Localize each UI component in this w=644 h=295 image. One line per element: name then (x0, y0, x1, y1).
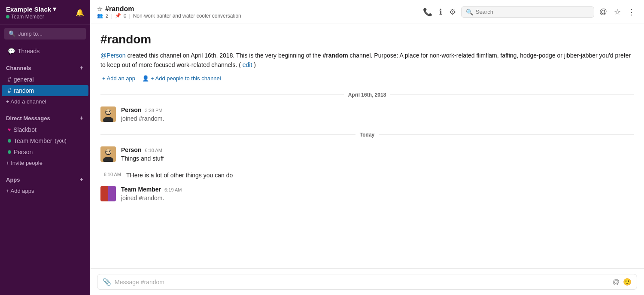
invite-people-link[interactable]: + Invite people (0, 158, 90, 168)
pin-count: 0 (124, 13, 127, 19)
add-channel-icon[interactable]: ＋ (79, 64, 84, 72)
reply-btn[interactable]: ↩ (601, 170, 611, 179)
bell-icon[interactable]: 🔔 (76, 9, 84, 17)
sidebar-item-random[interactable]: # random (2, 85, 88, 96)
team-member-avatar (100, 186, 116, 201)
person-online-dot (8, 150, 11, 154)
star-action-icon[interactable]: ☆ (612, 6, 623, 18)
intro-desc-before: created this channel on April 16th, 2018… (127, 52, 322, 59)
slackbot-heart-icon: ♥ (8, 127, 11, 133)
inline-message-text: THere is a lot of other things you can d… (126, 171, 634, 180)
message-body-team-member: Team Member 6:19 AM joined #random. (121, 186, 634, 203)
add-app-label: + Add an app (102, 75, 135, 82)
creator-mention[interactable]: @Person (100, 52, 126, 59)
add-apps-text: + Add apps (6, 188, 34, 194)
team-member-dm-label: Team Member (14, 137, 52, 144)
at-mention-btn[interactable]: @ (590, 170, 600, 179)
sidebar-item-slackbot[interactable]: ♥ Slackbot (2, 124, 88, 135)
message-header-3: Team Member 6:19 AM (121, 186, 634, 193)
attachment-icon[interactable]: 📎 (103, 278, 111, 286)
svg-point-4 (106, 110, 108, 112)
search-box[interactable]: 🔍 (461, 6, 594, 18)
message-header: Person 3:28 PM (121, 106, 634, 113)
avatar-right-half (108, 186, 116, 201)
channels-section-header[interactable]: Channels ＋ (0, 62, 90, 74)
avatar-left-half (100, 186, 108, 201)
message-body-person-join: Person 3:28 PM joined #random. (121, 106, 634, 123)
emoji-input-icon[interactable]: 🙂 (623, 278, 632, 286)
search-input[interactable] (476, 9, 589, 15)
sidebar-item-threads[interactable]: 💬 Threads (2, 46, 88, 57)
jump-to-button[interactable]: 🔍 Jump to... (4, 28, 86, 40)
add-app-icon[interactable]: ＋ (79, 176, 84, 183)
apps-section-header[interactable]: Apps ＋ (0, 173, 90, 186)
person-avatar-2 (100, 146, 116, 162)
hash-icon-random: # (8, 87, 11, 94)
inline-message-group: 6:10 AM THere is a lot of other things y… (100, 170, 634, 181)
pin-icon: 📌 (115, 13, 121, 18)
message-group-team-member-join: Team Member 6:19 AM joined #random. (100, 186, 634, 203)
more-icon[interactable]: ⋮ (626, 6, 637, 18)
star-icon[interactable]: ☆ (97, 6, 103, 12)
dm-label: Direct Messages (6, 115, 50, 122)
search-icon: 🔍 (466, 9, 473, 15)
message-group-person-join: Person 3:28 PM joined #random. (100, 106, 634, 123)
settings-icon[interactable]: ⚙ (447, 6, 458, 18)
more-actions-btn[interactable]: ··· (622, 170, 632, 179)
team-member-label: Team Member (6, 14, 56, 20)
sidebar-header: Example Slack ▾ Team Member 🔔 (0, 0, 90, 24)
person-avatar (100, 106, 116, 122)
message-time-2: 6:10 AM (145, 148, 162, 153)
topbar: ☆ #random 👥 2 | 📌 0 | Non-work banter an… (90, 0, 644, 24)
phone-icon[interactable]: 📞 (421, 6, 434, 18)
date-today-label: Today (360, 132, 374, 138)
intro-channel-bold: #random (323, 52, 348, 59)
message-input[interactable] (115, 279, 609, 286)
message-author: Person (121, 106, 141, 113)
you-suffix: (you) (55, 138, 66, 144)
workspace-name-text: Example Slack (6, 6, 51, 13)
info-icon[interactable]: ℹ (437, 6, 444, 18)
team-member-online-dot (8, 139, 11, 143)
add-people-icon: 👤 (142, 75, 149, 82)
dm-section-header[interactable]: Direct Messages ＋ (0, 112, 90, 124)
date-first-label: April 16th, 2018 (348, 92, 386, 98)
workspace-name[interactable]: Example Slack ▾ (6, 5, 56, 13)
channels-label: Channels (6, 65, 31, 71)
add-app-btn[interactable]: + Add an app (100, 75, 135, 82)
person-dm-label: Person (14, 149, 33, 155)
channel-intro: #random @Person created this channel on … (100, 33, 634, 82)
channel-intro-desc: @Person created this channel on April 16… (100, 51, 634, 70)
threads-icon: 💬 (8, 48, 15, 55)
channel-actions: + Add an app 👤 + Add people to this chan… (100, 75, 634, 82)
channel-name-top: ☆ #random (97, 5, 418, 13)
sidebar-item-team-member[interactable]: Team Member (you) (2, 135, 88, 146)
chevron-down-icon: ▾ (53, 5, 56, 13)
channel-meta: 👥 2 | 📌 0 | Non-work banter and water co… (97, 13, 418, 19)
add-apps-link[interactable]: + Add apps (0, 186, 90, 196)
invite-people-text: + Invite people (6, 160, 43, 166)
message-group-person-things: Person 6:10 AM Things and stuff (100, 146, 634, 163)
messages-area: #random @Person created this channel on … (90, 24, 644, 268)
at-icon[interactable]: @ (598, 6, 609, 18)
add-channel-link[interactable]: + Add a channel (0, 96, 90, 107)
message-input-area: 📎 @ 🙂 (90, 268, 644, 295)
add-dm-icon[interactable]: ＋ (79, 114, 84, 122)
sidebar-item-general[interactable]: # general (2, 74, 88, 85)
at-input-icon[interactable]: @ (613, 278, 620, 286)
member-count: 2 (106, 13, 109, 19)
emoji-reaction-btn[interactable]: 😊 (577, 170, 589, 179)
svg-point-10 (106, 150, 108, 152)
edit-link[interactable]: edit (243, 61, 252, 68)
channel-title-area: ☆ #random 👥 2 | 📌 0 | Non-work banter an… (97, 5, 418, 19)
add-channel-link-text: + Add a channel (6, 98, 46, 105)
star-message-btn[interactable]: ☆ (611, 170, 621, 179)
channels-section: Channels ＋ # general # random + Add a ch… (0, 59, 90, 109)
threads-label: Threads (18, 48, 39, 55)
date-divider-first: April 16th, 2018 (100, 92, 634, 98)
member-label-text: Team Member (11, 14, 44, 20)
add-people-btn[interactable]: 👤 + Add people to this channel (142, 75, 221, 82)
sidebar-item-person[interactable]: Person (2, 146, 88, 158)
message-author-2: Person (121, 146, 141, 153)
channel-intro-title-text: #random (100, 33, 151, 46)
